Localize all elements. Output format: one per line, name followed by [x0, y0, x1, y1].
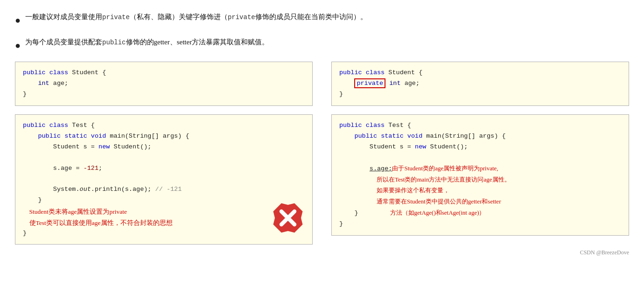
bl-line-3: Student s = new Student(); [23, 142, 305, 153]
bad-mark-icon [272, 202, 304, 234]
code-line-r1: public class Student { [339, 68, 621, 78]
code-box-student-private: public class Student { private int age; … [331, 62, 629, 106]
bl-line-8: } [23, 195, 305, 206]
watermark: CSDN @BreezeDove [15, 249, 629, 256]
code-line-r2: private int age; [339, 78, 621, 89]
br-line-7: 如果要操作这个私有变量， [339, 185, 621, 196]
bl-line-4 [23, 153, 305, 163]
br-line-8: 通常需要在Student类中提供公共的getter和setter [339, 196, 621, 208]
br-line-3: Student s = new Student(); [339, 142, 621, 153]
bottom-left-col: public class Test { public static void m… [15, 114, 313, 245]
br-line-2: public static void main(String[] args) { [339, 131, 621, 142]
code-line-3: } [23, 89, 305, 100]
bottom-code-pair: public class Test { public static void m… [15, 114, 629, 245]
bl-line-7: System.out.println(s.age); // -121 [23, 184, 305, 195]
code-box-student-plain: public class Student { int age; } [15, 62, 313, 106]
bl-line-2: public static void main(String[] args) { [23, 131, 305, 142]
top-right-col: public class Student { private int age; … [331, 62, 629, 106]
br-line-6: 所以在Test类的main方法中无法直接访问age属性。 [339, 175, 621, 186]
bullet-2: ● 为每个成员变量提供配套public修饰的的getter、setter方法暴露… [15, 36, 629, 53]
top-left-col: public class Student { int age; } [15, 62, 313, 106]
bl-line-5: s.age = -121; [23, 163, 305, 174]
bullet-1: ● 一般建议对成员变量使用private（私有、隐藏）关键字修饰进（privat… [15, 11, 629, 28]
top-code-pair: public class Student { int age; } public… [15, 62, 629, 106]
bullet-text-1: 一般建议对成员变量使用private（私有、隐藏）关键字修饰进（private修… [25, 11, 367, 23]
private-keyword-highlight: private [354, 78, 385, 88]
br-line-1: public class Test { [339, 120, 621, 131]
br-line-5: s.age;由于Student类的age属性被声明为private, [339, 163, 621, 175]
bl-red-note-2: 使Test类可以直接使用age属性，不符合封装的思想 [23, 218, 305, 228]
br-line-9: }方法（如getAge()和setAge(int age)） [339, 208, 621, 219]
bullet-dot-1: ● [15, 12, 21, 28]
bottom-right-col: public class Test { public static void m… [331, 114, 629, 245]
code-line-1: public class Student { [23, 68, 305, 78]
bl-line-1: public class Test { [23, 120, 305, 131]
code-box-test-private: public class Test { public static void m… [331, 114, 629, 236]
bl-line-6 [23, 174, 305, 185]
code-line-2: int age; [23, 78, 305, 89]
bl-line-9: } [23, 228, 305, 239]
code-line-r3: } [339, 89, 621, 100]
br-line-4 [339, 153, 621, 163]
bullet-text-2: 为每个成员变量提供配套public修饰的的getter、setter方法暴露其取… [25, 36, 269, 49]
br-line-10: } [339, 219, 621, 230]
code-box-test-bad: public class Test { public static void m… [15, 114, 313, 245]
bullet-dot-2: ● [15, 37, 21, 53]
bl-red-note-1: Student类未将age属性设置为private [23, 207, 305, 217]
